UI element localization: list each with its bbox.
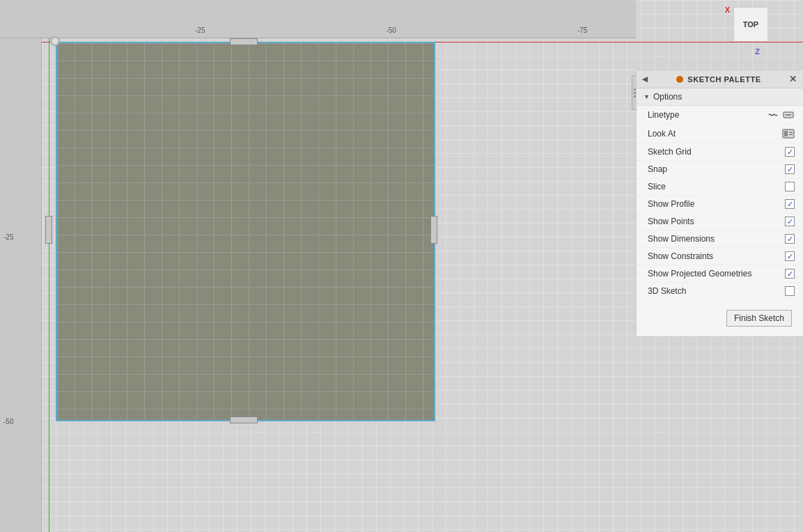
svg-rect-3 bbox=[784, 131, 788, 136]
linetype-controls bbox=[767, 109, 795, 120]
sketch-palette: ◀ SKETCH PALETTE ✕ ▼ Options Linetype bbox=[636, 70, 803, 337]
dimension-left bbox=[45, 216, 52, 244]
show-projected-row: Show Projected Geometries ✓ bbox=[637, 265, 803, 283]
3d-sketch-checkbox[interactable] bbox=[785, 286, 795, 296]
linetype-row: Linetype bbox=[637, 106, 803, 125]
dimension-right bbox=[430, 216, 437, 244]
dimension-bottom bbox=[230, 416, 258, 423]
show-points-checkbox[interactable]: ✓ bbox=[785, 217, 795, 226]
ruler-left: -25 -50 bbox=[0, 38, 42, 532]
linetype-label: Linetype bbox=[648, 110, 679, 120]
section-arrow-icon: ▼ bbox=[644, 93, 650, 100]
axis-z-label: Z bbox=[755, 47, 760, 56]
look-at-icon[interactable] bbox=[782, 128, 795, 139]
palette-title: SKETCH PALETTE bbox=[687, 75, 761, 84]
ruler-top: -25 -50 -75 bbox=[0, 0, 636, 38]
show-constraints-checkbox[interactable]: ✓ bbox=[785, 251, 795, 261]
snap-label: Snap bbox=[648, 164, 667, 174]
ruler-tick-75: -75 bbox=[577, 26, 587, 34]
show-points-controls: ✓ bbox=[785, 217, 795, 226]
snap-row: Snap ✓ bbox=[637, 161, 803, 178]
view-box: TOP bbox=[733, 7, 768, 42]
sketch-grid-inner bbox=[57, 43, 434, 420]
slice-controls bbox=[785, 182, 795, 191]
palette-header: ◀ SKETCH PALETTE ✕ bbox=[637, 70, 803, 88]
look-at-controls bbox=[782, 128, 795, 139]
palette-collapse-button[interactable]: ◀ bbox=[642, 75, 648, 83]
show-profile-label: Show Profile bbox=[648, 199, 694, 209]
ruler-tick-left-50: -50 bbox=[3, 418, 13, 425]
3d-sketch-label: 3D Sketch bbox=[648, 286, 686, 296]
3d-sketch-row: 3D Sketch bbox=[637, 283, 803, 300]
corner-point bbox=[50, 36, 60, 46]
show-dimensions-row: Show Dimensions ✓ bbox=[637, 230, 803, 248]
sketch-grid-controls: ✓ bbox=[785, 147, 795, 157]
dimension-top bbox=[230, 38, 258, 45]
snap-checkbox[interactable]: ✓ bbox=[785, 164, 795, 174]
palette-close-button[interactable]: ✕ bbox=[789, 74, 797, 84]
show-points-label: Show Points bbox=[648, 217, 694, 226]
slice-row: Slice bbox=[637, 178, 803, 196]
show-constraints-row: Show Constraints ✓ bbox=[637, 248, 803, 265]
ruler-tick-25: -25 bbox=[195, 26, 205, 34]
show-constraints-controls: ✓ bbox=[785, 251, 795, 261]
ruler-tick-50: -50 bbox=[386, 26, 396, 34]
slice-label: Slice bbox=[648, 182, 666, 191]
3d-sketch-controls bbox=[785, 286, 795, 296]
show-dimensions-controls: ✓ bbox=[785, 234, 795, 244]
axis-green-vertical bbox=[49, 0, 49, 532]
show-projected-controls: ✓ bbox=[785, 269, 795, 279]
linetype-icon-2[interactable] bbox=[782, 109, 795, 120]
axis-x-label: X bbox=[725, 6, 730, 14]
show-profile-row: Show Profile ✓ bbox=[637, 196, 803, 213]
show-points-row: Show Points ✓ bbox=[637, 213, 803, 230]
show-constraints-label: Show Constraints bbox=[648, 251, 713, 261]
ruler-tick-left-25: -25 bbox=[3, 233, 13, 241]
sketch-grid-row: Sketch Grid ✓ bbox=[637, 143, 803, 161]
view-label: TOP bbox=[743, 20, 758, 29]
show-profile-controls: ✓ bbox=[785, 199, 795, 209]
options-section-label: Options bbox=[653, 92, 682, 102]
sketch-area bbox=[56, 42, 435, 421]
sketch-grid-label: Sketch Grid bbox=[648, 147, 692, 157]
show-profile-checkbox[interactable]: ✓ bbox=[785, 199, 795, 209]
show-projected-checkbox[interactable]: ✓ bbox=[785, 269, 795, 279]
snap-controls: ✓ bbox=[785, 164, 795, 174]
show-dimensions-checkbox[interactable]: ✓ bbox=[785, 234, 795, 244]
finish-sketch-button[interactable]: Finish Sketch bbox=[726, 310, 792, 327]
show-projected-label: Show Projected Geometries bbox=[648, 269, 751, 279]
look-at-row: Look At bbox=[637, 125, 803, 143]
options-section-header[interactable]: ▼ Options bbox=[637, 88, 803, 106]
linetype-icon-1[interactable] bbox=[767, 109, 779, 120]
show-dimensions-label: Show Dimensions bbox=[648, 234, 715, 244]
look-at-label: Look At bbox=[648, 129, 676, 139]
canvas-area: -25 -50 -75 -25 -50 TOP X Z ◀ SKETCH PAL… bbox=[0, 0, 803, 532]
sketch-grid-checkbox[interactable]: ✓ bbox=[785, 147, 795, 157]
slice-checkbox[interactable] bbox=[785, 182, 795, 191]
palette-dot bbox=[676, 76, 683, 83]
